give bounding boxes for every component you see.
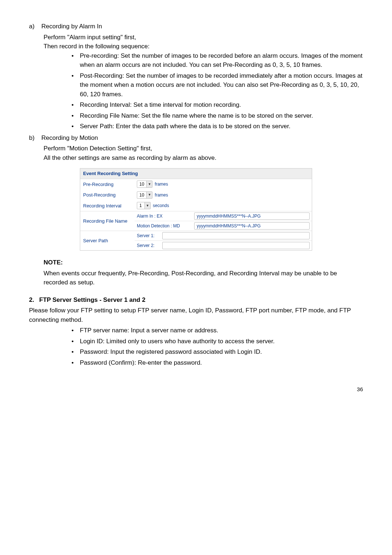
motion-detection-label: Motion Detection : MD <box>137 223 192 229</box>
note-heading: NOTE: <box>29 258 363 267</box>
section-a-header: a) Recording by Alarm In <box>29 22 363 31</box>
seconds-unit: seconds <box>153 202 169 209</box>
bullet-dot: • <box>65 71 80 99</box>
server-path-label: Server Path <box>80 231 135 250</box>
bullet-text: Recording File Name: Set the file name w… <box>80 111 363 121</box>
b-line2: All the other settings are same as recor… <box>29 153 363 163</box>
server2-path-input[interactable] <box>162 242 310 249</box>
recording-interval-label: Recording Interval <box>80 200 135 211</box>
server2-label: Server 2: <box>137 242 160 249</box>
alarm-in-label: Alarm In : EX <box>137 213 192 219</box>
pre-recording-value: 10 <box>137 181 146 187</box>
ftp-title: FTP Server Settings - Server 1 and 2 <box>39 295 146 305</box>
bullet-dot: • <box>65 122 80 131</box>
chevron-down-icon[interactable]: ▼ <box>144 202 150 209</box>
frames-unit: frames <box>155 181 168 187</box>
post-recording-label: Post-Recording <box>80 190 135 200</box>
bullet-text: Password (Confirm): Re-enter the passwor… <box>80 358 363 368</box>
bullet-item: • Recording Interval: Set a time interva… <box>65 100 363 110</box>
a-line2: Then record in the following sequence: <box>29 42 363 51</box>
bullet-dot: • <box>65 100 80 110</box>
bullet-dot: • <box>65 358 80 368</box>
bullet-text: Password: Input the registered password … <box>80 347 363 357</box>
recording-interval-value: 1 <box>137 202 144 209</box>
bullet-item: • Server Path: Enter the data path where… <box>65 122 363 131</box>
chevron-down-icon[interactable]: ▼ <box>146 192 152 198</box>
pre-recording-label: Pre-Recording <box>80 179 135 190</box>
bullet-item: • Login ID: Limited only to users who ha… <box>65 337 363 346</box>
page-number: 36 <box>29 385 363 394</box>
bullet-dot: • <box>65 326 80 335</box>
bullet-text: Post-Recording: Set the number of images… <box>80 71 363 99</box>
recording-file-name-label: Recording File Name <box>80 211 135 231</box>
marker-b: b) <box>29 133 41 143</box>
ftp-number: 2. <box>29 295 39 305</box>
chevron-down-icon[interactable]: ▼ <box>146 181 152 187</box>
bullet-dot: • <box>65 337 80 346</box>
alarm-in-filename-input[interactable] <box>194 212 310 220</box>
bullet-item: • FTP server name: Input a server name o… <box>65 326 363 335</box>
a-line1: Perform "Alarm input setting" first, <box>29 33 363 42</box>
event-recording-setting-panel: Event Recording Setting Pre-Recording 10… <box>80 168 312 251</box>
bullet-item: • Pre-recording: Set the number of image… <box>65 51 363 70</box>
bullet-item: • Password (Confirm): Re-enter the passw… <box>65 358 363 368</box>
bullet-item: • Password: Input the registered passwor… <box>65 347 363 357</box>
server1-label: Server 1: <box>137 232 160 239</box>
pre-recording-select[interactable]: 10 ▼ <box>137 181 152 188</box>
bullet-text: Login ID: Limited only to users who have… <box>80 337 363 346</box>
bullet-item: • Recording File Name: Set the file name… <box>65 111 363 121</box>
bullet-text: Recording Interval: Set a time interval … <box>80 100 363 110</box>
section-b-header: b) Recording by Motion <box>29 133 363 143</box>
frames-unit: frames <box>155 192 168 198</box>
panel-header: Event Recording Setting <box>80 169 312 179</box>
bullet-text: Pre-recording: Set the number of images … <box>80 51 363 70</box>
ftp-intro: Please follow your FTP setting to setup … <box>29 306 363 324</box>
ftp-heading: 2. FTP Server Settings - Server 1 and 2 <box>29 295 363 305</box>
bullet-dot: • <box>65 347 80 357</box>
post-recording-select[interactable]: 10 ▼ <box>137 191 152 199</box>
title-a: Recording by Alarm In <box>41 22 363 31</box>
title-b: Recording by Motion <box>41 133 363 143</box>
b-line1: Perform "Motion Detection Setting" first… <box>29 144 363 153</box>
bullet-item: • Post-Recording: Set the number of imag… <box>65 71 363 99</box>
bullet-dot: • <box>65 51 80 70</box>
motion-detection-filename-input[interactable] <box>194 222 310 230</box>
server1-path-input[interactable] <box>162 232 310 239</box>
bullet-text: FTP server name: Input a server name or … <box>80 326 363 335</box>
note-body: When events occur frequently, Pre-Record… <box>29 269 363 287</box>
bullet-text: Server Path: Enter the data path where t… <box>80 122 363 131</box>
bullet-dot: • <box>65 111 80 121</box>
post-recording-value: 10 <box>137 192 146 198</box>
recording-interval-select[interactable]: 1 ▼ <box>137 202 151 209</box>
marker-a: a) <box>29 22 41 31</box>
